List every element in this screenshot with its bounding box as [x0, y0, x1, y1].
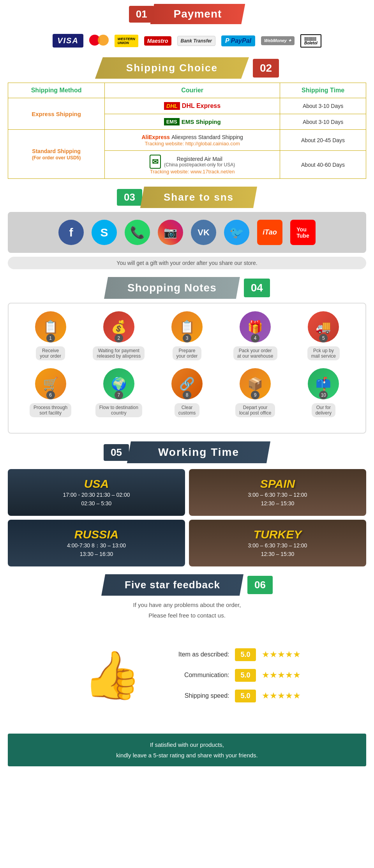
rating-communication-score: 5.0 [235, 669, 256, 682]
step-10: 📫 10 Our fordelivery [292, 368, 355, 417]
step-4-icon: 🎁 4 [240, 311, 271, 342]
usa-times: 17:00 - 20:30 21:30 – 02:0002:30 – 5:30 [63, 490, 130, 508]
paypal-logo: P PayPal [221, 35, 255, 46]
feedback-num: 06 [247, 576, 273, 594]
shopping-steps-container: 📋 1 Receiveyour order 💰 2 Waiting for pa… [8, 303, 366, 434]
rating-shipping-score: 5.0 [235, 690, 256, 702]
whatsapp-icon[interactable]: 📞 [125, 220, 150, 245]
step-4: 🎁 4 Pack your orderat our warehouse [224, 311, 286, 360]
col-courier: Courier [105, 83, 280, 98]
maestro-logo: Maestro [144, 36, 171, 46]
ems-courier: EMS EMS Shipping [105, 114, 280, 130]
step-1-icon: 📋 1 [35, 311, 66, 342]
notes-num: 04 [244, 279, 270, 297]
rating-shipping-stars: ★ ★ ★ ★ ★ [262, 691, 301, 701]
spain-name: SPAIN [260, 477, 295, 490]
step-7: 🌍 7 Flow to destinationcountry [88, 368, 150, 417]
table-row: Express Shipping DHL DHL Express About 3… [8, 98, 366, 114]
working-header: 05 Working Time [8, 441, 366, 463]
skype-icon[interactable]: S [92, 220, 117, 245]
working-title: Working Time [127, 441, 270, 463]
rating-described: Item as described: 5.0 ★ ★ ★ ★ ★ [159, 648, 300, 661]
step-6-label: Process throughsort facility [30, 403, 71, 417]
step-9-icon: 📦 9 [240, 368, 271, 399]
col-method: Shipping Method [8, 83, 105, 98]
shipping-header: Shipping Choice 02 [8, 57, 366, 79]
working-time-section: 05 Working Time USA 17:00 - 20:30 21:30 … [0, 441, 374, 566]
facebook-icon[interactable]: f [58, 220, 84, 245]
western-union-logo: WESTERNUNION [115, 35, 138, 47]
russia-name: RUSSIA [74, 528, 118, 541]
feedback-header: Five star feedback 06 [8, 574, 366, 596]
ratings-list: Item as described: 5.0 ★ ★ ★ ★ ★ Communi… [159, 648, 300, 702]
payment-section: 01 Payment VISA WESTERNUNION Maestro Ban… [0, 4, 374, 53]
rating-communication-label: Communication: [159, 672, 229, 679]
notes-header: Shopping Notes 04 [8, 277, 366, 299]
step-1-label: Receiveyour order [36, 346, 65, 360]
share-title: Share to sns [140, 187, 257, 208]
working-num: 05 [104, 444, 129, 461]
rating-described-label: Item as described: [159, 651, 229, 658]
turkey-card: TURKEY 3:00 – 6:30 7:30 – 12:0012:30 – 1… [189, 520, 366, 566]
shipping-num: 02 [253, 59, 279, 78]
standard-method: Standard Shipping(For order over USD5) [8, 130, 105, 179]
vk-icon[interactable]: VK [191, 220, 216, 245]
step-2: 💰 2 Waiting for paymentreleased by alixp… [88, 311, 150, 360]
post-courier: ✉ Registered Air Mail (China post/epacke… [105, 151, 280, 179]
webmoney-logo: WebMoney ✦ [261, 36, 295, 45]
step-8: 🔗 8 Clearcustoms [156, 368, 218, 417]
instagram-icon[interactable]: 📷 [158, 220, 183, 245]
steps-row-1: 📋 1 Receiveyour order 💰 2 Waiting for pa… [16, 311, 358, 360]
rating-communication-stars: ★ ★ ★ ★ ★ [262, 670, 301, 680]
rating-described-score: 5.0 [235, 648, 256, 661]
ali-tracking: Tracking website: http://global.cainiao.… [111, 141, 274, 146]
step-2-icon: 💰 2 [103, 311, 134, 342]
payment-num: 01 [129, 6, 154, 23]
turkey-times: 3:00 – 6:30 7:30 – 12:0012:30 – 15:30 [248, 541, 307, 559]
visa-logo: VISA [53, 34, 83, 48]
step-4-label: Pack your orderat our warehouse [233, 346, 277, 360]
feedback-main: 👍 Item as described: 5.0 ★ ★ ★ ★ ★ Commu… [8, 625, 366, 726]
rating-shipping-label: Shipping speed: [159, 692, 229, 699]
notes-title: Shopping Notes [104, 277, 240, 299]
step-5-icon: 🚚 5 [308, 311, 339, 342]
step-10-label: Our fordelivery [312, 403, 335, 417]
step-10-icon: 📫 10 [308, 368, 339, 399]
step-6: 🛒 6 Process throughsort facility [19, 368, 82, 417]
turkey-name: TURKEY [254, 528, 302, 541]
russia-times: 4:00-7:30 8：30 – 13:0013:30 – 16:30 [67, 541, 126, 559]
sns-icons-container: f S 📞 📷 VK 🐦 iTao YouTube [8, 212, 366, 253]
rating-shipping: Shipping speed: 5.0 ★ ★ ★ ★ ★ [159, 690, 300, 702]
dhl-time: About 3-10 Days [280, 98, 366, 114]
step-9: 📦 9 Depart yourlocal post office [224, 368, 286, 417]
step-7-icon: 🌍 7 [103, 368, 134, 399]
share-header: 03 Share to sns [8, 187, 366, 208]
payment-title: Payment [150, 4, 245, 24]
ali-courier: AliExpress Aliexpress Standard Shipping … [105, 130, 280, 151]
step-5-label: Pck up bymail service [307, 346, 340, 360]
rating-communication: Communication: 5.0 ★ ★ ★ ★ ★ [159, 669, 300, 682]
step-8-label: Clearcustoms [175, 403, 200, 417]
step-7-label: Flow to destinationcountry [95, 403, 142, 417]
step-3-label: Prepareyour order [173, 346, 202, 360]
spain-times: 3:00 – 6:30 7:30 – 12:0012:30 – 15:30 [248, 490, 307, 508]
ems-time: About 3-10 Days [280, 114, 366, 130]
usa-card: USA 17:00 - 20:30 21:30 – 02:0002:30 – 5… [8, 469, 185, 516]
sns-gift-text: You will get a gift with your order afte… [8, 257, 366, 269]
payment-logos: VISA WESTERNUNION Maestro Bank Transfer … [0, 28, 374, 53]
post-time: About 40-60 Days [280, 151, 366, 179]
share-section: 03 Share to sns f S 📞 📷 VK 🐦 iTao YouTub… [0, 187, 374, 269]
itao-icon[interactable]: iTao [257, 220, 282, 245]
step-3: 📋 3 Prepareyour order [156, 311, 218, 360]
feedback-subtitle: If you have any problems about the order… [8, 600, 366, 621]
mastercard-logo [89, 35, 109, 47]
feedback-section: Five star feedback 06 If you have any pr… [0, 574, 374, 766]
working-grid: USA 17:00 - 20:30 21:30 – 02:0002:30 – 5… [8, 469, 366, 566]
post-tracking: Tracking website: www.17track.net/en [111, 169, 274, 175]
youtube-icon[interactable]: YouTube [290, 220, 316, 245]
shopping-notes-section: Shopping Notes 04 📋 1 Receiveyour order … [0, 277, 374, 434]
twitter-icon[interactable]: 🐦 [224, 220, 249, 245]
shipping-title: Shipping Choice [95, 57, 249, 79]
step-1: 📋 1 Receiveyour order [19, 311, 82, 360]
share-num: 03 [117, 189, 142, 206]
